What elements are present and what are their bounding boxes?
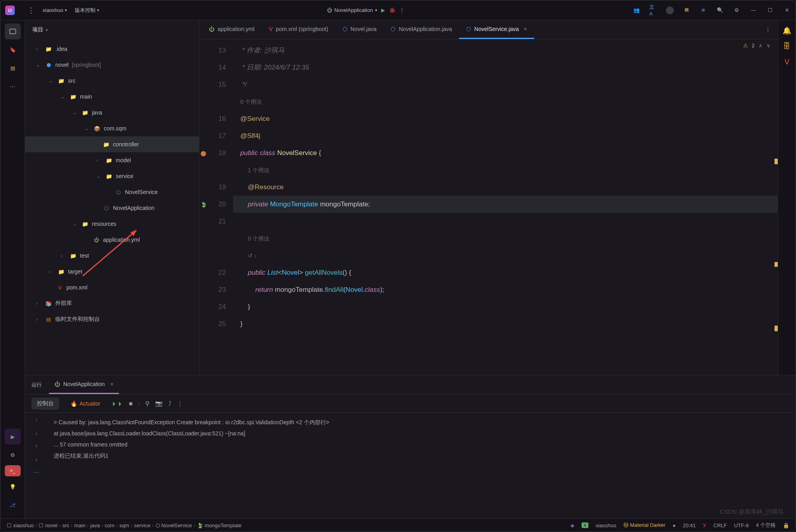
tree-node-target[interactable]: ›📁target — [25, 264, 199, 280]
rerun-icon[interactable]: ⏵⏵ — [111, 400, 123, 407]
status-bar: ☐ xiaoshuo› ☐ novel› src› main› java› co… — [0, 518, 796, 532]
avatar-icon[interactable] — [666, 6, 674, 14]
status-y-icon[interactable]: У — [703, 522, 706, 528]
tree-node-service[interactable]: ⌄📁service — [25, 168, 199, 184]
tree-node-idea[interactable]: ›📁.idea — [25, 41, 199, 57]
run-panel-title: 运行 — [31, 381, 42, 388]
console-output[interactable]: > Caused by: java.lang.ClassNotFoundExce… — [48, 413, 796, 518]
status-x-icon[interactable]: X — [582, 522, 588, 528]
tab-application-yml[interactable]: ⏻application.yml — [202, 20, 262, 39]
bookmarks-tool-icon[interactable]: 🔖 — [5, 42, 21, 58]
tab-pom[interactable]: Ⅴpom.xml (springboot) — [262, 20, 336, 39]
project-tool-icon[interactable] — [5, 23, 21, 39]
close-runtab-icon[interactable]: × — [110, 381, 113, 387]
status-indent[interactable]: 4 个空格 — [756, 522, 776, 529]
tree-node-extlibs[interactable]: ›📚外部库 — [25, 295, 199, 311]
tree-node-src[interactable]: ⌄📁src — [25, 73, 199, 89]
project-menu[interactable]: xiaoshuo ▾ — [43, 7, 67, 13]
nav-down-icon[interactable]: ↓ — [35, 456, 38, 462]
search-icon[interactable]: 🔍 — [716, 6, 724, 14]
stop-icon[interactable]: ■ — [129, 400, 132, 407]
tree-node-novel[interactable]: ⌄⬢novel [springboot] — [25, 57, 199, 73]
tree-node-model[interactable]: ›📁model — [25, 152, 199, 168]
git-icon[interactable]: ⎇ — [5, 497, 21, 513]
snapshot-icon[interactable]: 📷 — [155, 400, 163, 407]
bottom-left-rail: ▶ ⚙ >_ 💡 ⎇ — [0, 425, 25, 518]
crumb[interactable]: ☐ novel — [39, 522, 57, 528]
tree-node-novelservice[interactable]: ⬡NovelService — [25, 184, 199, 200]
tab-novelapp[interactable]: ⬡NovelApplication.java — [383, 20, 459, 39]
next-highlight-icon[interactable]: ∨ — [767, 43, 771, 49]
run-tab-app[interactable]: ⏻NovelApplication× — [49, 375, 119, 394]
structure-tool-icon[interactable]: ▤ — [5, 60, 21, 76]
status-branch[interactable]: xiaoshuo — [596, 522, 616, 528]
code-with-me-icon[interactable]: 👥 — [633, 6, 640, 14]
main-menu-icon[interactable]: ⋮ — [27, 6, 35, 15]
tree-node-test[interactable]: ›📁test — [25, 248, 199, 264]
settings-icon[interactable]: ⚙ — [733, 6, 741, 14]
vcs-menu[interactable]: 版本控制 ▾ — [75, 7, 99, 14]
tree-node-java[interactable]: ⌄📁java — [25, 105, 199, 120]
down-icon[interactable]: ↓ — [35, 430, 38, 436]
tab-novelservice[interactable]: ⬡NovelService.java× — [459, 20, 534, 39]
maven-tool-icon[interactable]: Ⅴ — [784, 58, 789, 66]
up-icon[interactable]: ↑ — [35, 417, 38, 423]
maximize-icon[interactable]: ☐ — [766, 6, 774, 14]
tree-node-controller[interactable]: 📁conntroller — [25, 136, 199, 152]
prev-highlight-icon[interactable]: ∧ — [759, 43, 763, 49]
actuator-tab[interactable]: 🔥 Actuator — [65, 398, 106, 409]
notifications-icon[interactable]: 🔔 — [782, 26, 791, 35]
tree-node-package[interactable]: ⌄📦com.sqm — [25, 120, 199, 136]
debug-button[interactable]: 🐞 — [389, 7, 395, 13]
tab-novel[interactable]: ⬡Novel.java — [335, 20, 383, 39]
close-window-icon[interactable]: ✕ — [783, 6, 791, 14]
crumb[interactable]: 🍃 mongoTemplate — [197, 522, 242, 528]
svg-rect-0 — [10, 29, 16, 34]
status-lf[interactable]: CRLF — [713, 522, 727, 528]
nav-up-icon[interactable]: ↑ — [35, 443, 38, 449]
services-icon[interactable]: ⚙ — [5, 447, 21, 463]
translate-icon[interactable]: 文A — [649, 6, 657, 14]
status-theme[interactable]: Ⓜ Material Darker — [623, 522, 665, 529]
minimize-icon[interactable]: — — [749, 6, 757, 14]
crumb[interactable]: com — [105, 522, 115, 528]
crumb[interactable]: ☐ xiaoshuo — [7, 522, 34, 528]
tree-node-resources[interactable]: ⌄📁resources — [25, 216, 199, 232]
status-enc[interactable]: UTF-8 — [734, 522, 749, 528]
crumb[interactable]: src — [62, 522, 69, 528]
problems-icon[interactable]: 💡 — [5, 479, 21, 495]
tree-node-pom[interactable]: Ⅴpom.xml — [25, 280, 199, 295]
more-console-icon[interactable]: ⋮ — [177, 400, 183, 407]
tree-node-appyml[interactable]: ⏻application.yml — [25, 232, 199, 248]
status-shield-icon[interactable]: ◈ — [570, 522, 574, 528]
crumb[interactable]: java — [90, 522, 100, 528]
crumb[interactable]: main — [74, 522, 86, 528]
tools-icon[interactable]: 🛠 — [683, 6, 691, 14]
console-tab[interactable]: 控制台 — [31, 398, 59, 410]
close-tab-icon[interactable]: × — [524, 26, 527, 32]
terminal-icon[interactable]: >_ — [5, 465, 21, 476]
status-lock-icon[interactable]: 🔒 — [783, 522, 789, 528]
tabs-overflow-icon[interactable]: ⋮ — [761, 27, 775, 33]
sidebar-title[interactable]: 项目 ▾ — [32, 26, 48, 33]
scroll-marker — [775, 159, 778, 164]
exit-icon[interactable]: ⤴ — [168, 400, 171, 407]
database-icon[interactable]: 🗄 — [783, 42, 790, 50]
run-button[interactable]: ▶ — [381, 7, 385, 13]
status-time: 20:41 — [683, 522, 696, 528]
crumb[interactable]: service — [134, 522, 150, 528]
run-configuration[interactable]: ⏻ NovelApplication ▾ — [327, 7, 378, 13]
tree-node-main[interactable]: ⌄📁main — [25, 89, 199, 105]
more-tools-icon[interactable]: ⋯ — [5, 78, 21, 94]
inspection-badge[interactable]: ⚠2 ∧ ∨ — [743, 43, 771, 49]
scroll-marker — [775, 326, 778, 331]
crumb[interactable]: sqm — [119, 522, 129, 528]
wrap-icon[interactable]: ⋯ — [34, 469, 39, 475]
more-run-icon[interactable]: ⋮ — [399, 7, 405, 13]
atom-icon[interactable]: ⚛ — [699, 6, 707, 14]
tree-node-novelapp[interactable]: ⬡NovelApplication — [25, 200, 199, 216]
attach-icon[interactable]: ⚲ — [145, 400, 150, 407]
tree-node-scratch[interactable]: ›▤临时文件和控制台 — [25, 311, 199, 327]
run-tool-icon[interactable]: ▶ — [5, 429, 21, 445]
crumb[interactable]: ⬡ NovelService — [156, 522, 192, 528]
